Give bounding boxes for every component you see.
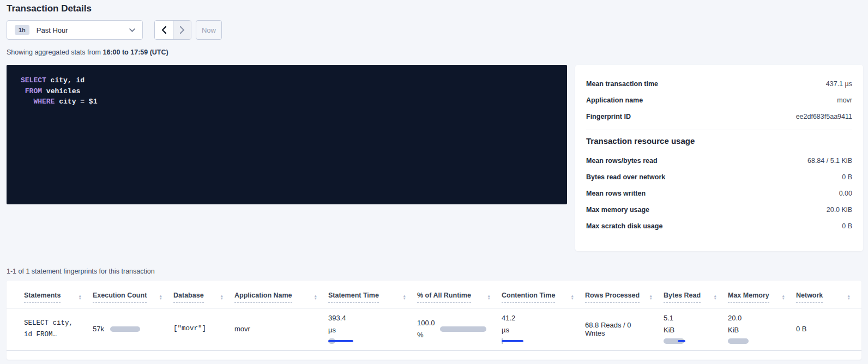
sql-code: SELECT city, id FROM vehicles WHERE city… (21, 75, 567, 107)
summary-label: Mean rows/bytes read (586, 157, 658, 165)
summary-divider (586, 130, 852, 130)
col-header-network[interactable]: Network▲▼ (796, 281, 861, 308)
col-header-statement-time[interactable]: Statement Time▲▼ (328, 281, 417, 308)
summary-label: Mean transaction time (586, 80, 658, 88)
summary-label: Mean rows written (586, 190, 646, 197)
interval-nav-group (154, 20, 191, 40)
sort-icon[interactable]: ▲▼ (571, 294, 574, 300)
execution-count-bar (110, 326, 140, 332)
summary-row: Max memory usage 20.0 KiB (586, 202, 852, 218)
statement-link[interactable]: SELECT city, id FROM… (24, 318, 81, 341)
summary-label: Bytes read over network (586, 173, 665, 181)
prev-interval-button[interactable] (155, 21, 173, 39)
summary-row: Mean transaction time 437.1 µs (586, 76, 852, 92)
col-header-bytes-read[interactable]: Bytes Read▲▼ (664, 281, 728, 308)
summary-label: Max memory usage (586, 206, 649, 214)
pct-runtime-bar (440, 326, 486, 332)
transaction-details-page: { "header": { "title": "Transaction Deta… (0, 0, 868, 364)
statements-table: Statements▲▼ Execution Count▲▼ Database▲… (7, 281, 861, 351)
col-header-statements[interactable]: Statements▲▼ (7, 281, 93, 308)
summary-row: Fingerprint ID ee2df683f5aa9411 (586, 108, 852, 125)
sql-keyword: WHERE (33, 98, 55, 106)
cell-max-memory: 20.0 KiB (728, 308, 796, 351)
cell-bytes-read: 5.1 KiB (664, 308, 728, 351)
summary-value: 437.1 µs (826, 80, 852, 88)
resource-usage-title: Transaction resource usage (586, 136, 852, 145)
main-content-row: SELECT city, id FROM vehicles WHERE city… (7, 65, 868, 251)
sql-keyword: SELECT (21, 76, 46, 84)
summary-row: Mean rows/bytes read 68.84 / 5.1 KiB (586, 153, 852, 169)
col-header-rows-processed[interactable]: Rows Processed▲▼ (585, 281, 664, 308)
col-header-contention-time[interactable]: Contention Time▲▼ (502, 281, 585, 308)
cell-pct-runtime: 100.0 % (417, 308, 502, 351)
sort-icon[interactable]: ▲▼ (649, 294, 653, 300)
interval-label: Past Hour (37, 26, 129, 34)
bytes-read-bar (664, 338, 685, 344)
sort-icon[interactable]: ▲▼ (714, 294, 717, 300)
caption-prefix: Showing aggregated stats from (7, 48, 101, 56)
col-header-pct-runtime[interactable]: % of All Runtime▲▼ (417, 281, 502, 308)
sort-icon[interactable]: ▲▼ (782, 294, 785, 300)
summary-value: 0 B (842, 222, 852, 230)
chevron-right-icon (180, 26, 185, 34)
summary-value: 68.84 / 5.1 KiB (807, 157, 852, 165)
contention-time-bar (502, 338, 526, 344)
summary-value: movr (837, 96, 852, 104)
sort-icon[interactable]: ▲▼ (159, 294, 162, 300)
summary-value: 20.0 KiB (827, 206, 852, 214)
cell-database: ["movr"] (173, 308, 234, 351)
statement-time-bar (328, 338, 353, 344)
col-header-database[interactable]: Database▲▼ (173, 281, 234, 308)
summary-label: Fingerprint ID (586, 113, 631, 120)
page-title: Transaction Details (7, 3, 868, 15)
cell-statement-time: 393.4 µs (328, 308, 417, 351)
time-interval-dropdown[interactable]: 1h Past Hour (7, 20, 143, 40)
col-header-application-name[interactable]: Application Name▲▼ (234, 281, 328, 308)
time-toolbar: 1h Past Hour Now (7, 20, 868, 40)
cell-execution-count: 57k (93, 308, 173, 351)
aggregated-stats-caption: Showing aggregated stats from 16:00 to 1… (7, 48, 868, 56)
summary-value: 0 B (842, 173, 852, 181)
now-button[interactable]: Now (196, 20, 222, 40)
sort-icon[interactable]: ▲▼ (487, 294, 491, 300)
statements-table-card: Statements▲▼ Execution Count▲▼ Database▲… (7, 281, 861, 360)
cell-application-name: movr (234, 308, 328, 351)
cell-contention-time: 41.2 µs (502, 308, 585, 351)
table-header-row: Statements▲▼ Execution Count▲▼ Database▲… (7, 281, 861, 308)
sort-icon[interactable]: ▲▼ (79, 294, 82, 300)
sql-keyword: FROM (25, 87, 42, 95)
sort-icon[interactable]: ▲▼ (403, 294, 406, 300)
summary-label: Application name (586, 96, 643, 104)
cell-rows-processed: 68.8 Reads / 0 Writes (585, 308, 664, 351)
next-interval-button[interactable] (173, 21, 191, 39)
sort-icon[interactable]: ▲▼ (220, 294, 224, 300)
col-header-execution-count[interactable]: Execution Count▲▼ (93, 281, 173, 308)
summary-row: Max scratch disk usage 0 B (586, 218, 852, 234)
cell-statement[interactable]: SELECT city, id FROM… (7, 308, 93, 351)
caption-time-range: 16:00 to 17:59 (UTC) (103, 48, 168, 56)
statement-row: SELECT city, id FROM… 57k ["movr"] movr … (7, 308, 861, 351)
transaction-summary-panel: Mean transaction time 437.1 µs Applicati… (575, 65, 863, 251)
cell-network: 0 B (796, 308, 861, 351)
col-header-max-memory[interactable]: Max Memory▲▼ (728, 281, 796, 308)
interval-badge: 1h (15, 25, 29, 35)
summary-value: 0.00 (839, 190, 852, 197)
max-memory-bar (728, 338, 750, 344)
chevron-left-icon (161, 26, 166, 34)
sort-icon[interactable]: ▲▼ (314, 294, 317, 300)
summary-row: Bytes read over network 0 B (586, 169, 852, 185)
sql-statement-box: SELECT city, id FROM vehicles WHERE city… (7, 65, 567, 204)
sort-icon[interactable]: ▲▼ (847, 294, 851, 300)
summary-value: ee2df683f5aa9411 (796, 113, 852, 120)
summary-row: Mean rows written 0.00 (586, 185, 852, 202)
statement-fingerprints-caption: 1-1 of 1 statement fingerprints for this… (7, 268, 868, 276)
summary-row: Application name movr (586, 92, 852, 108)
chevron-down-icon (129, 28, 135, 32)
summary-label: Max scratch disk usage (586, 222, 662, 230)
